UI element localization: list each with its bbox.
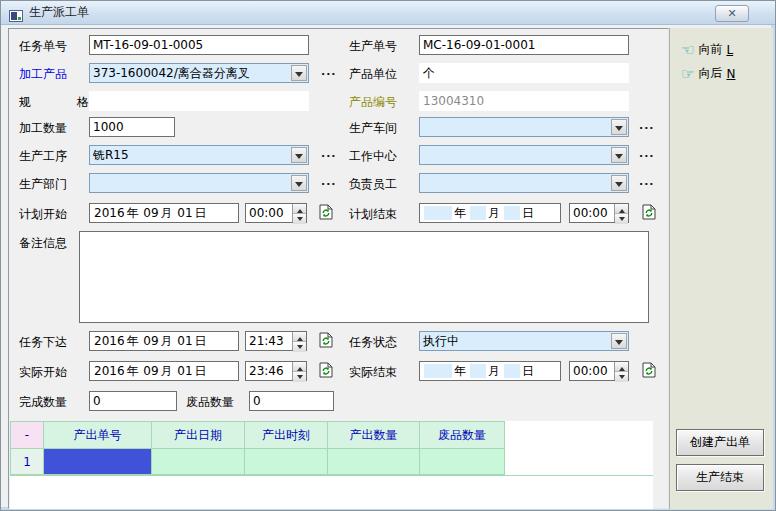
- issue-date[interactable]: 2016年09月01日: [89, 331, 239, 351]
- process-dropdown-button[interactable]: [291, 147, 307, 163]
- title-bar[interactable]: 生产派工单 ✕: [1, 1, 775, 25]
- actual-start-date[interactable]: 2016年09月01日: [89, 361, 239, 381]
- spec-field: [89, 91, 309, 111]
- issue-refresh-button[interactable]: [318, 332, 333, 349]
- actual-start-refresh-button[interactable]: [318, 362, 333, 379]
- grid-corner-cell[interactable]: -: [10, 421, 44, 449]
- spin-down-button[interactable]: [615, 371, 628, 382]
- cell-output-no-selected[interactable]: [44, 449, 152, 475]
- prod-no-input[interactable]: [419, 35, 629, 55]
- remark-textarea[interactable]: [79, 231, 649, 323]
- actual-end-refresh-button[interactable]: [641, 362, 656, 379]
- process-combo[interactable]: 铣R15: [89, 145, 309, 165]
- product-code-field: 13004310: [419, 91, 629, 111]
- workcenter-combo[interactable]: [419, 145, 629, 165]
- month-value[interactable]: 09: [143, 206, 159, 220]
- status-combo-value: 执行中: [423, 332, 610, 350]
- workshop-more-button[interactable]: ...: [639, 123, 657, 135]
- month-value[interactable]: [470, 206, 486, 220]
- col-header-output-no[interactable]: 产出单号: [44, 421, 152, 449]
- day-value[interactable]: 01: [177, 364, 193, 378]
- workshop-combo[interactable]: [419, 117, 629, 137]
- cell-output-date[interactable]: [152, 449, 245, 475]
- create-output-button[interactable]: 创建产出单: [676, 429, 764, 456]
- product-label: 加工产品: [19, 64, 89, 84]
- output-grid: - 产出单号 产出日期 产出时刻 产出数量 废品数量 1: [10, 421, 653, 509]
- col-header-output-time[interactable]: 产出时刻: [245, 421, 328, 449]
- actual-end-date[interactable]: 年月日: [419, 361, 561, 381]
- col-header-scrap-qty[interactable]: 废品数量: [420, 421, 505, 449]
- process-more-button[interactable]: ...: [321, 151, 339, 163]
- done-qty-input[interactable]: [89, 391, 177, 411]
- product-combo[interactable]: 373-1600042/离合器分离叉: [89, 63, 309, 83]
- spin-up-button[interactable]: [293, 332, 306, 341]
- qty-input[interactable]: [89, 117, 175, 137]
- spin-up-button[interactable]: [293, 204, 306, 213]
- col-header-output-qty[interactable]: 产出数量: [328, 421, 420, 449]
- employee-dropdown-button[interactable]: [611, 175, 627, 191]
- spin-down-button[interactable]: [293, 213, 306, 224]
- product-dropdown-button[interactable]: [291, 65, 307, 81]
- employee-combo[interactable]: [419, 173, 629, 193]
- actual-start-time-input[interactable]: [246, 362, 292, 380]
- plan-start-time[interactable]: [245, 203, 307, 223]
- workcenter-more-button[interactable]: ...: [639, 151, 657, 163]
- plan-start-refresh-button[interactable]: [318, 204, 333, 221]
- spin-down-button[interactable]: [293, 341, 306, 352]
- actual-end-time-input[interactable]: [570, 362, 614, 380]
- row-number-cell[interactable]: 1: [10, 449, 44, 475]
- issue-time[interactable]: [245, 331, 307, 351]
- chevron-down-icon: [295, 154, 303, 163]
- workcenter-dropdown-button[interactable]: [611, 147, 627, 163]
- cell-output-time[interactable]: [245, 449, 328, 475]
- actual-start-time[interactable]: [245, 361, 307, 381]
- arrow-down-icon: [619, 375, 625, 382]
- day-value[interactable]: 01: [177, 206, 193, 220]
- nav-next-label: 向后: [698, 65, 722, 82]
- year-value[interactable]: 2016: [94, 334, 125, 348]
- day-value[interactable]: [504, 206, 520, 220]
- month-value[interactable]: [470, 364, 486, 378]
- status-combo[interactable]: 执行中: [419, 331, 629, 351]
- year-value[interactable]: 2016: [94, 364, 125, 378]
- product-more-button[interactable]: ...: [321, 69, 339, 81]
- dept-dropdown-button[interactable]: [291, 175, 307, 191]
- employee-more-button[interactable]: ...: [639, 179, 657, 191]
- month-value[interactable]: 09: [143, 334, 159, 348]
- nav-previous[interactable]: ☜ 向前 L: [681, 41, 733, 58]
- month-value[interactable]: 09: [143, 364, 159, 378]
- status-dropdown-button[interactable]: [611, 333, 627, 349]
- cell-scrap-qty[interactable]: [420, 449, 505, 475]
- plan-end-time-input[interactable]: [570, 204, 614, 222]
- refresh-date-icon: [319, 332, 333, 348]
- task-no-input[interactable]: [89, 35, 309, 55]
- spin-down-button[interactable]: [615, 213, 628, 224]
- close-button[interactable]: ✕: [715, 5, 749, 22]
- workshop-dropdown-button[interactable]: [611, 119, 627, 135]
- plan-end-refresh-button[interactable]: [641, 204, 656, 221]
- plan-end-time[interactable]: [569, 203, 629, 223]
- year-value[interactable]: [424, 206, 452, 220]
- cell-output-qty[interactable]: [328, 449, 420, 475]
- dept-combo[interactable]: [89, 173, 309, 193]
- issue-time-input[interactable]: [246, 332, 292, 350]
- spin-up-button[interactable]: [615, 204, 628, 213]
- arrow-up-icon: [619, 364, 625, 371]
- actual-end-time[interactable]: [569, 361, 629, 381]
- spin-up-button[interactable]: [615, 362, 628, 371]
- plan-start-date[interactable]: 2016年09月01日: [89, 203, 239, 223]
- year-value[interactable]: [424, 364, 452, 378]
- plan-start-time-input[interactable]: [246, 204, 292, 222]
- spin-down-button[interactable]: [293, 371, 306, 382]
- col-header-output-date[interactable]: 产出日期: [152, 421, 245, 449]
- plan-end-date[interactable]: 年月日: [419, 203, 561, 223]
- day-value[interactable]: 01: [177, 334, 193, 348]
- end-production-button[interactable]: 生产结束: [676, 464, 764, 491]
- dept-more-button[interactable]: ...: [321, 179, 339, 191]
- year-value[interactable]: 2016: [94, 206, 125, 220]
- spin-up-button[interactable]: [293, 362, 306, 371]
- nav-next[interactable]: ☞ 向后 N: [681, 65, 735, 82]
- issue-label: 任务下达: [19, 332, 89, 352]
- scrap-qty-input[interactable]: [249, 391, 334, 411]
- day-value[interactable]: [504, 364, 520, 378]
